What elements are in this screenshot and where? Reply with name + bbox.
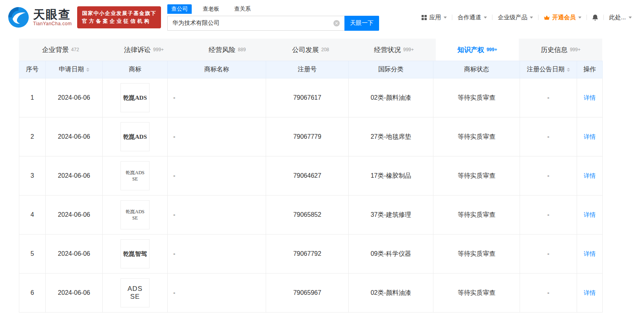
tianyancha-logo[interactable]: 天眼查 TianYanCha.com [8, 7, 72, 28]
trademark-name-cell: - [168, 156, 266, 195]
trademark-cell: ADS SE [103, 274, 168, 313]
publish-date-cell: - [520, 78, 577, 117]
apply-date-cell: 2024-06-06 [46, 195, 103, 235]
nav-item-label: 企业级产品 [498, 14, 527, 21]
intl-class-cell: 09类-科学仪器 [349, 235, 433, 274]
status-cell: 等待实质审查 [433, 117, 520, 156]
section-tab-count: 889 [238, 47, 246, 52]
section-tab-count: 208 [321, 47, 329, 52]
trademark-name-cell: - [168, 117, 266, 156]
publish-date-cell: - [520, 274, 577, 313]
detail-link[interactable]: 详情 [584, 211, 596, 218]
section-tab-count: 472 [71, 47, 79, 52]
trademark-cell: 乾崑ADS [103, 117, 168, 156]
search-type-tab[interactable]: 查老板 [199, 4, 223, 14]
registration-no-cell: 79067792 [266, 235, 349, 274]
search-input[interactable] [167, 16, 344, 31]
trademark-image-text: ADS SE [122, 285, 148, 301]
status-cell: 等待实质审查 [433, 274, 520, 313]
nav-item-vip[interactable]: 开通会员 [539, 14, 587, 21]
nav-item-label: 开通会员 [552, 14, 576, 21]
sort-icon[interactable] [567, 68, 570, 72]
publish-date-cell: - [520, 156, 577, 195]
detail-link[interactable]: 详情 [584, 133, 596, 140]
serial-cell: 6 [19, 274, 46, 313]
trademark-name-cell: - [168, 195, 266, 235]
section-tab-count: 999+ [487, 47, 497, 52]
clear-search-icon[interactable]: ✕ [333, 20, 340, 26]
search-type-tab[interactable]: 查关系 [230, 4, 255, 14]
column-header-label: 注册号 [298, 66, 317, 73]
column-header: 注册号 [266, 61, 349, 78]
trademark-image[interactable]: 乾崑ADS [120, 83, 150, 112]
trademark-image[interactable]: ADS SE [120, 278, 150, 307]
section-tab[interactable]: 企业背景472 [19, 39, 102, 61]
trademark-image[interactable]: 乾崑ADS [120, 122, 150, 151]
nav-item-partner-channel[interactable]: 合作通道 [452, 14, 492, 21]
trademark-image[interactable]: 乾崑ADS SE [120, 161, 150, 190]
search-type-tabs: 查公司查老板查关系 [167, 4, 379, 14]
crown-icon [544, 15, 550, 20]
column-header-label: 序号 [26, 66, 39, 73]
section-tab[interactable]: 公司发展208 [269, 39, 352, 61]
trademark-image-text: 乾崑ADS SE [122, 169, 148, 182]
nav-item-notifications[interactable] [587, 14, 603, 21]
section-tab-label: 经营状况 [374, 45, 401, 54]
nav-item-account[interactable]: 此处... [604, 14, 637, 21]
chevron-down-icon [629, 17, 632, 19]
table-row: 22024-06-06乾崑ADS-7906777927类-地毯席垫等待实质审查-… [19, 117, 603, 156]
detail-link[interactable]: 详情 [584, 94, 596, 101]
trademark-name-cell: - [168, 274, 266, 313]
detail-link[interactable]: 详情 [584, 250, 596, 257]
section-tab-label: 公司发展 [292, 45, 319, 54]
publish-date-cell: - [520, 235, 577, 274]
brand-name: 天眼查 [33, 8, 72, 21]
trademark-image-text: 乾崑ADS SE [122, 208, 148, 221]
header-nav: 应用合作通道企业级产品开通会员此处... [416, 14, 637, 21]
section-tab[interactable]: 经营状况999+ [352, 39, 436, 61]
intl-class-cell: 02类-颜料油漆 [349, 274, 433, 313]
trademark-image-text: 乾崑ADS [123, 133, 147, 141]
brand-domain: TianYanCha.com [33, 21, 72, 26]
column-header[interactable]: 申请日期 [46, 61, 103, 78]
trademark-cell: 乾崑ADS SE [103, 195, 168, 235]
detail-link[interactable]: 详情 [584, 289, 596, 296]
section-tab-label: 历史信息 [541, 45, 568, 54]
column-header: 序号 [19, 61, 46, 78]
section-tab[interactable]: 经营风险889 [185, 39, 269, 61]
section-tab[interactable]: 法律诉讼999+ [102, 39, 186, 61]
status-cell: 等待实质审查 [433, 78, 520, 117]
section-tab[interactable]: 历史信息999+ [519, 39, 602, 61]
trademark-image[interactable]: 乾崑智驾 [120, 239, 150, 268]
search-area: 查公司查老板查关系 ✕ 天眼一下 [167, 4, 379, 31]
column-header-label: 国际分类 [378, 66, 403, 73]
section-tab-label: 经营风险 [209, 45, 235, 54]
trademark-name-cell: - [168, 235, 266, 274]
intl-class-cell: 37类-建筑修理 [349, 195, 433, 235]
trademark-cell: 乾崑智驾 [103, 235, 168, 274]
apply-date-cell: 2024-06-06 [46, 156, 103, 195]
action-cell: 详情 [577, 117, 603, 156]
apps-grid-icon [421, 15, 427, 20]
section-tab[interactable]: 知识产权999+ [436, 39, 519, 61]
nav-item-enterprise-products[interactable]: 企业级产品 [492, 14, 538, 21]
search-row: ✕ 天眼一下 [167, 16, 379, 31]
search-type-tab[interactable]: 查公司 [167, 4, 192, 14]
header: 天眼查 TianYanCha.com 国家中小企业发展子基金旗下 官方备案企业征… [0, 0, 644, 35]
column-header-label: 商标名称 [204, 66, 229, 73]
nav-item-apps[interactable]: 应用 [416, 14, 452, 21]
action-cell: 详情 [577, 78, 603, 117]
sort-icon[interactable] [86, 68, 89, 72]
column-header-label: 注册公告日期 [527, 66, 565, 73]
column-header: 商标 [103, 61, 168, 78]
column-header-label: 操作 [583, 66, 596, 73]
table-body: 12024-06-06乾崑ADS-7906761702类-颜料油漆等待实质审查-… [19, 78, 603, 313]
trademark-cell: 乾崑ADS [103, 78, 168, 117]
search-box: ✕ [167, 16, 344, 31]
trademark-image[interactable]: 乾崑ADS SE [120, 200, 150, 229]
detail-link[interactable]: 详情 [584, 172, 596, 179]
table-row: 12024-06-06乾崑ADS-7906761702类-颜料油漆等待实质审查-… [19, 78, 603, 117]
table-row: 42024-06-06乾崑ADS SE-7906585237类-建筑修理等待实质… [19, 195, 603, 235]
column-header[interactable]: 注册公告日期 [520, 61, 577, 78]
search-button[interactable]: 天眼一下 [344, 16, 379, 31]
